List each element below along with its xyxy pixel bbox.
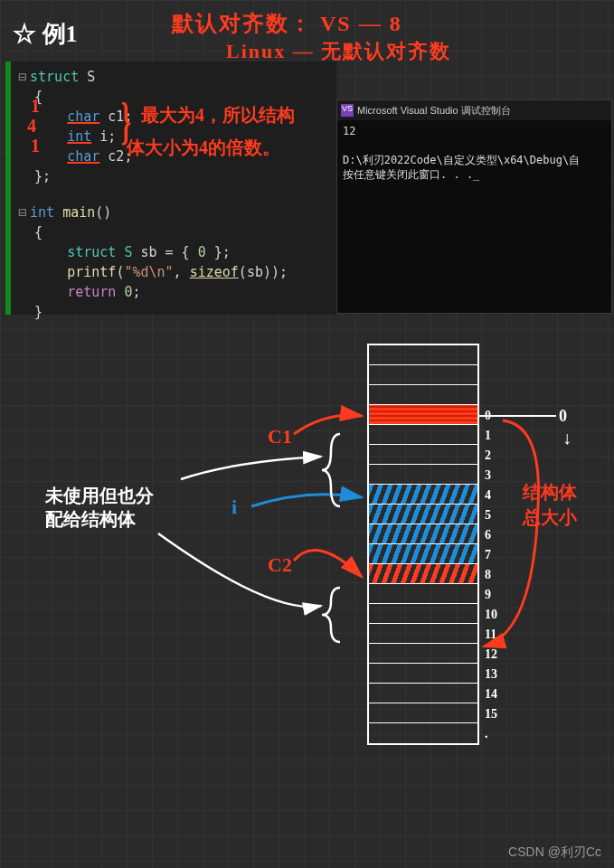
code-decl-var: sb — [140, 244, 156, 260]
mem-cell-0-c1 — [369, 405, 477, 425]
watermark: CSDN @利刃Cc — [508, 844, 601, 861]
code-comma: , — [174, 264, 190, 280]
size-note-line1: 最大为4，所以结构 — [141, 103, 340, 127]
code-semi2: ; — [132, 284, 140, 300]
mem-cell-9-pad — [369, 584, 477, 604]
mem-index-13: 13 — [485, 667, 497, 682]
mem-cell-10-pad — [369, 604, 477, 624]
label-unused-l1: 未使用但也分 — [45, 486, 154, 505]
label-c1: C1 — [268, 425, 292, 448]
vs-icon: VS — [341, 104, 354, 117]
console-titlebar: VS Microsoft Visual Studio 调试控制台 — [337, 100, 611, 120]
code-main-close: } — [34, 304, 43, 320]
code-decl-zero: 0 — [198, 244, 206, 260]
label-total-l1: 结构体 — [523, 482, 577, 502]
label-unused-l2: 配给结构体 — [45, 509, 136, 529]
code-main-type: int — [30, 204, 62, 221]
label-unused-padding: 未使用但也分 配给结构体 — [45, 484, 154, 531]
mem-index-10: 10 — [485, 608, 497, 622]
mem-index-0: 0 — [485, 409, 491, 423]
size-annotation-c1: 1 — [31, 96, 40, 117]
mem-index-11: 11 — [485, 627, 496, 642]
mem-index-6: 6 — [485, 528, 491, 542]
example-title: ☆ 例1 — [13, 18, 78, 50]
annotation-default-align-vs: 默认对齐数： VS — 8 — [172, 9, 402, 38]
code-decl-type: struct S — [67, 244, 140, 260]
mem-cell-dots — [369, 723, 477, 743]
code-type-char2: char — [67, 148, 99, 165]
code-sizeof: sizeof — [190, 264, 239, 280]
mem-cell-header3 — [369, 385, 477, 405]
code-decl-eq: = { — [157, 244, 198, 260]
mem-index-2: 2 — [485, 448, 491, 463]
code-main-paren: () — [95, 204, 111, 221]
code-type-int: int — [67, 128, 91, 145]
size-annotation-c2: 1 — [31, 136, 40, 156]
code-field-i: i; — [91, 128, 116, 145]
code-printf: printf — [67, 264, 116, 280]
code-decl-end: }; — [206, 244, 231, 260]
label-i: i — [231, 495, 237, 519]
mem-index-7: 7 — [485, 548, 491, 562]
mem-index-5: 5 — [485, 508, 491, 523]
arrow-down-icon: ↓ — [562, 428, 571, 448]
mem-cell-5-i — [369, 505, 477, 524]
label-total-size: 结构体 总大小 — [523, 479, 577, 530]
code-format-string: "%d\n" — [124, 264, 173, 280]
console-prompt: 按任意键关闭此窗口. . ._ — [343, 168, 479, 181]
code-brace-close: }; — [34, 168, 51, 184]
size-annotation-i: 4 — [27, 116, 36, 137]
mem-index-9: 9 — [485, 588, 491, 602]
console-title-text: Microsoft Visual Studio 调试控制台 — [357, 104, 511, 118]
mem-cell-6-i — [369, 524, 477, 544]
mem-index-15: 15 — [485, 707, 497, 722]
code-semi: ; — [279, 264, 288, 280]
mem-cell-8-c2 — [369, 564, 477, 584]
mem-cell-1-pad — [369, 425, 477, 445]
debug-console: VS Microsoft Visual Studio 调试控制台 12 D:\利… — [336, 99, 612, 314]
mem-index-1: 1 — [485, 429, 491, 443]
code-main-name: main — [62, 204, 95, 221]
console-body: 12 D:\利刃2022Code\自定义类型\x64\Debug\自 按任意键关… — [337, 120, 611, 185]
code-sizeof-arg: sb — [247, 264, 263, 280]
mem-cell-12 — [369, 644, 477, 664]
mem-cell-7-i — [369, 544, 477, 564]
mem-cell-header1 — [369, 345, 477, 365]
mem-index-3: 3 — [485, 468, 491, 483]
label-zero-origin: 0 — [559, 407, 567, 426]
code-editor: ⊟struct S { char c1; int i; char c2; }; … — [5, 61, 336, 315]
label-total-l2: 总大小 — [523, 507, 577, 527]
mem-cell-13 — [369, 664, 477, 684]
mem-cell-2-pad — [369, 445, 477, 465]
memory-layout-table — [367, 344, 479, 745]
console-output: 12 — [343, 125, 355, 137]
mem-cell-4-i — [369, 485, 477, 505]
mem-cell-header2 — [369, 365, 477, 385]
mem-cell-14 — [369, 684, 477, 703]
code-struct-name: S — [79, 69, 95, 85]
code-main-open: { — [34, 224, 43, 241]
mem-index-4: 4 — [485, 488, 491, 503]
mem-index-dot1: . — [485, 727, 488, 741]
code-return: return — [67, 284, 124, 300]
mem-index-8: 8 — [485, 568, 491, 582]
mem-index-14: 14 — [485, 687, 497, 702]
console-path: D:\利刃2022Code\自定义类型\x64\Debug\自 — [343, 154, 580, 166]
mem-index-12: 12 — [485, 647, 497, 662]
label-c2: C2 — [268, 553, 292, 577]
mem-cell-11-pad — [369, 624, 477, 644]
size-note-line2: 体大小为4的倍数。 — [127, 136, 344, 160]
mem-cell-3-pad — [369, 465, 477, 485]
code-type-char1: char — [67, 108, 99, 125]
code-paren2: ( — [239, 264, 247, 280]
code-kw-struct: struct — [30, 69, 79, 85]
mem-cell-15 — [369, 703, 477, 723]
code-paren3: )) — [263, 264, 279, 280]
